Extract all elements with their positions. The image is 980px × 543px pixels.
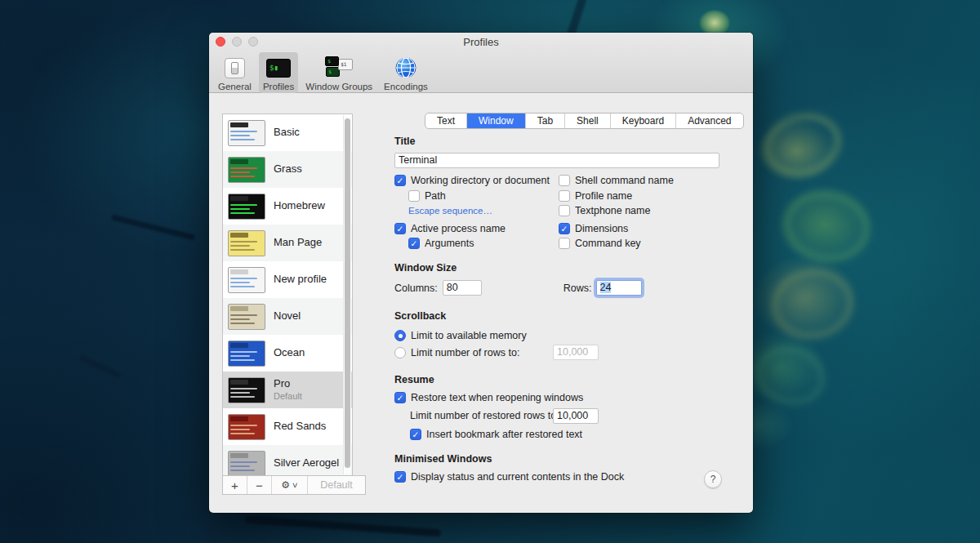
profile-row-novel[interactable]: Novel — [223, 298, 352, 335]
profile-list: Basic Grass Homebrew Man Page New profil… — [222, 113, 353, 476]
profile-thumbnail — [228, 194, 265, 220]
checkbox-row[interactable]: Arguments — [408, 236, 550, 251]
profile-name: Homebrew — [274, 199, 325, 211]
profile-thumbnail — [228, 340, 265, 367]
checkbox-label: Textphone name — [575, 205, 650, 216]
restored-rows-input[interactable]: 10,000 — [553, 408, 599, 424]
profile-name: Silver Aerogel — [274, 456, 339, 469]
profile-sidebar: Basic Grass Homebrew Man Page New profil… — [222, 113, 366, 496]
toolbar-encodings-label: Encodings — [384, 82, 428, 91]
checkbox-row[interactable]: Insert bookmark after restored text — [410, 427, 582, 443]
checkbox-label: Path — [425, 190, 446, 202]
profile-list-scrollbar[interactable] — [343, 115, 351, 474]
profile-thumbnail — [228, 157, 265, 183]
profile-row-pro[interactable]: Pro Default — [223, 372, 352, 408]
checkbox-row[interactable]: Dimensions — [559, 221, 674, 237]
arguments-checkbox[interactable] — [408, 238, 420, 249]
checkbox-row[interactable]: Working directory or document — [394, 173, 550, 189]
profile-row-basic[interactable]: Basic — [223, 114, 352, 151]
remove-profile-button[interactable]: − — [247, 476, 272, 494]
profile-row-silver-aerogel[interactable]: Silver Aerogel — [223, 445, 352, 476]
profile-list-footer: + − ⚙ ∨ Default — [222, 475, 366, 495]
profile-actions-menu-button[interactable]: ⚙ ∨ — [272, 476, 308, 494]
toolbar-window-groups-button[interactable]: $$1$ Window Groups — [301, 52, 376, 93]
radio-row[interactable]: Limit to available memory — [394, 328, 527, 344]
profile-row-man-page[interactable]: Man Page — [223, 225, 352, 261]
profile-thumbnail — [228, 451, 265, 477]
insert-bookmark-checkbox[interactable] — [410, 429, 421, 440]
profile-name: Basic — [274, 126, 300, 138]
toolbar-profiles-button[interactable]: $▮ Profiles — [259, 52, 298, 93]
help-button[interactable]: ? — [704, 470, 722, 488]
profile-row-new-profile[interactable]: New profile — [223, 261, 352, 298]
window-groups-icon: $$1$ — [325, 55, 353, 81]
radio-row[interactable]: Limit number of rows to: — [394, 345, 519, 361]
title-components-right-column: Shell command name Profile name Textphon… — [559, 173, 674, 251]
tab-shell[interactable]: Shell — [565, 113, 611, 128]
columns-label: Columns: — [394, 283, 438, 294]
tab-advanced[interactable]: Advanced — [676, 113, 742, 128]
general-icon — [220, 55, 248, 81]
checkbox-row[interactable]: Restore text when reopening windows — [394, 390, 583, 406]
columns-input[interactable]: 80 — [443, 280, 482, 296]
toolbar-general-label: General — [218, 82, 252, 91]
wallpaper-cell-ring — [757, 105, 848, 185]
checkbox-row[interactable]: Display status and current contents in t… — [394, 470, 624, 485]
profile-thumbnail — [228, 120, 265, 146]
checkbox-row[interactable]: Profile name — [559, 189, 674, 204]
shell-command-name-checkbox[interactable] — [559, 175, 570, 186]
active-process-checkbox[interactable] — [394, 223, 406, 234]
limit-memory-radio[interactable] — [394, 330, 406, 341]
window-size-header: Window Size — [394, 262, 457, 274]
window-chrome: Profiles General $▮ Profiles $$1$ Window… — [209, 33, 753, 93]
display-status-checkbox[interactable] — [394, 471, 406, 483]
profile-name-checkbox[interactable] — [559, 190, 570, 202]
minimised-windows-header: Minimised Windows — [394, 453, 492, 465]
tab-text[interactable]: Text — [425, 113, 467, 128]
set-default-button[interactable]: Default — [308, 476, 365, 494]
title-bar[interactable]: Profiles — [209, 33, 753, 51]
rows-input[interactable]: 24 — [596, 280, 642, 296]
toolbar-encodings-button[interactable]: Encodings — [380, 52, 432, 93]
wallpaper-streak — [245, 516, 441, 537]
restore-text-checkbox[interactable] — [394, 392, 406, 403]
profile-row-ocean[interactable]: Ocean — [223, 335, 352, 372]
wallpaper-cell-ring — [750, 340, 831, 412]
title-input[interactable]: Terminal — [394, 153, 719, 168]
checkbox-row[interactable]: Command key — [559, 236, 674, 251]
escape-sequence-link[interactable]: Escape sequence… — [408, 206, 492, 216]
resume-header: Resume — [394, 374, 434, 385]
title-components-left-column: Working directory or document Path Escap… — [394, 173, 550, 251]
limit-rows-radio[interactable] — [394, 347, 406, 358]
textphone-name-checkbox[interactable] — [559, 205, 570, 216]
profile-name: Grass — [274, 162, 302, 175]
checkbox-row[interactable]: Active process name — [394, 221, 550, 237]
profile-thumbnail — [228, 414, 265, 440]
profile-row-red-sands[interactable]: Red Sands — [223, 408, 352, 445]
restored-rows-label: Limit number of restored rows to: — [410, 408, 559, 424]
dimensions-checkbox[interactable] — [559, 223, 570, 234]
tab-window[interactable]: Window — [467, 113, 526, 128]
scrollback-rows-input[interactable]: 10,000 — [553, 345, 599, 360]
working-directory-checkbox[interactable] — [394, 175, 406, 186]
command-key-checkbox[interactable] — [559, 238, 570, 249]
profile-row-grass[interactable]: Grass — [223, 151, 352, 188]
path-checkbox[interactable] — [408, 190, 420, 202]
tab-tab[interactable]: Tab — [526, 113, 565, 128]
checkbox-row[interactable]: Shell command name — [559, 173, 674, 189]
preferences-toolbar: General $▮ Profiles $$1$ Window Groups — [214, 52, 432, 93]
toolbar-window-groups-label: Window Groups — [305, 82, 372, 91]
rows-label: Rows: — [564, 283, 592, 294]
tab-keyboard[interactable]: Keyboard — [611, 113, 676, 128]
profile-thumbnail — [228, 304, 265, 330]
checkbox-label: Arguments — [425, 238, 474, 249]
profile-row-homebrew[interactable]: Homebrew — [223, 188, 352, 225]
checkbox-row[interactable]: Textphone name — [559, 203, 674, 219]
toolbar-general-button[interactable]: General — [214, 52, 256, 93]
wallpaper-cell-ring — [778, 185, 875, 269]
profile-settings-tabs: Text Window Tab Shell Keyboard Advanced — [425, 113, 744, 129]
checkbox-label: Dimensions — [575, 223, 628, 234]
checkbox-row[interactable]: Path — [408, 189, 550, 204]
scrollbar-thumb[interactable] — [345, 118, 350, 468]
add-profile-button[interactable]: + — [223, 476, 247, 494]
